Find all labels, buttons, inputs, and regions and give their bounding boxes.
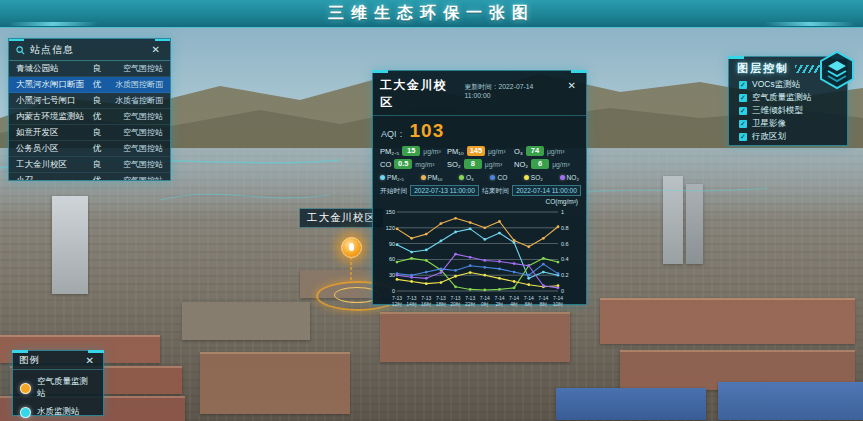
map-building — [600, 298, 855, 344]
pollutant-grid: PM₂.₅ 15 μg/m³ PM₁₀ 145 μg/m³ O₃ 74 μg/m… — [373, 142, 586, 171]
station-type: 水质省控断面 — [106, 95, 163, 106]
chart-legend-item[interactable]: SO₂ — [524, 174, 543, 181]
legend-marker-icon — [20, 407, 31, 418]
station-type: 空气国控站 — [106, 63, 163, 74]
svg-text:20时: 20时 — [450, 301, 461, 307]
station-name: 大黑河水闸口断面 — [16, 79, 88, 91]
station-row[interactable]: 小黑河七号闸口 良 水质省控断面 — [9, 93, 170, 109]
popup-header: 工大金川校区 更新时间：2022-07-14 11:00:00 ✕ — [373, 71, 586, 116]
pollutant-cell: CO 0.5 mg/m³ — [380, 159, 445, 169]
svg-text:0.8: 0.8 — [561, 225, 569, 231]
map-building — [380, 312, 570, 362]
map-building — [200, 352, 350, 414]
layers-hexagon-icon[interactable] — [818, 50, 856, 90]
close-icon[interactable]: ✕ — [149, 44, 163, 56]
checkbox-checked-icon[interactable]: ✓ — [739, 133, 747, 141]
series-dot-icon — [380, 175, 385, 180]
station-row[interactable]: 内蒙古环境监测站 优 空气国控站 — [9, 109, 170, 125]
svg-text:0: 0 — [561, 288, 564, 294]
station-row[interactable]: 公务员小区 优 空气国控站 — [9, 141, 170, 157]
chart-legend-item[interactable]: O₃ — [459, 174, 474, 181]
layer-item-label: 卫星影像 — [752, 118, 786, 130]
close-icon[interactable]: ✕ — [565, 80, 579, 92]
chart-legend-item[interactable]: PM₂.₅ — [380, 174, 404, 181]
svg-text:90: 90 — [389, 241, 395, 247]
svg-text:12时: 12时 — [392, 301, 403, 307]
series-label: CO — [497, 174, 507, 181]
layer-item[interactable]: ✓ 行政区划 — [729, 130, 847, 143]
station-level-badge: 良 — [88, 127, 106, 139]
pollutant-unit: μg/m³ — [423, 148, 441, 155]
pollutant-name: PM₁₀ — [447, 147, 464, 156]
series-label: SO₂ — [531, 174, 543, 181]
layer-item[interactable]: ✓ 空气质量监测站 — [729, 91, 847, 104]
chart-legend-item[interactable]: NO₂ — [560, 174, 579, 181]
pollutant-value-badge: 15 — [402, 146, 420, 156]
station-row[interactable]: 大黑河水闸口断面 优 水质国控断面 — [9, 77, 170, 93]
legend-item-label: 水质监测站 — [37, 406, 80, 418]
layer-item[interactable]: ✓ 卫星影像 — [729, 117, 847, 130]
map-building — [556, 388, 706, 420]
pollutant-value-badge: 8 — [464, 159, 482, 169]
map-building — [52, 196, 88, 294]
station-list-panel: 站点信息 ✕ 青城公园站 良 空气国控站 大黑河水闸口断面 优 水质国控断面 小… — [8, 38, 171, 181]
checkbox-checked-icon[interactable]: ✓ — [739, 107, 747, 115]
map-building — [686, 184, 703, 264]
station-panel-title: 站点信息 — [30, 43, 144, 57]
layer-item-label: VOCs监测站 — [752, 79, 800, 91]
series-dot-icon — [560, 175, 565, 180]
svg-text:6时: 6时 — [525, 301, 533, 307]
checkbox-checked-icon[interactable]: ✓ — [739, 81, 747, 89]
legend-item: 水质监测站 — [13, 400, 103, 418]
legend-item-label: 空气质量监测站 — [37, 376, 96, 400]
pollutant-value-badge: 145 — [467, 146, 485, 156]
svg-text:0: 0 — [392, 288, 395, 294]
pollutant-cell: O₃ 74 μg/m³ — [514, 146, 579, 156]
title-bar: 三维生态环保一张图 — [0, 0, 863, 28]
station-type: 空气国控站 — [106, 175, 163, 181]
svg-text:14时: 14时 — [406, 301, 417, 307]
station-row[interactable]: 如意开发区 良 空气国控站 — [9, 125, 170, 141]
close-icon[interactable]: ✕ — [83, 355, 97, 367]
svg-text:0.2: 0.2 — [561, 272, 569, 278]
update-time-label: 更新时间： — [465, 83, 499, 90]
layer-item-label: 行政区划 — [752, 131, 786, 143]
layer-item-label: 三维倾斜模型 — [752, 105, 803, 117]
checkbox-checked-icon[interactable]: ✓ — [739, 94, 747, 102]
pollutant-cell: PM₂.₅ 15 μg/m³ — [380, 146, 445, 156]
end-time-input[interactable]: 2022-07-14 11:00:00 — [512, 185, 581, 196]
station-name: 小黑河七号闸口 — [16, 95, 88, 107]
layer-item[interactable]: ✓ 三维倾斜模型 — [729, 104, 847, 117]
aqi-value: 103 — [410, 120, 445, 142]
page-title: 三维生态环保一张图 — [328, 3, 535, 24]
pollutant-value-badge: 6 — [531, 159, 549, 169]
time-range-row: 开始时间 2022-07-13 11:00:00 结束时间 2022-07-14… — [373, 182, 586, 196]
station-level-badge: 优 — [88, 175, 106, 182]
map-building — [718, 382, 863, 420]
series-dot-icon — [421, 175, 426, 180]
pollutant-name: PM₂.₅ — [380, 147, 399, 156]
pollutant-unit: μg/m³ — [488, 148, 506, 155]
pollutant-cell: SO₂ 8 μg/m³ — [447, 159, 512, 169]
series-label: PM₁₀ — [428, 174, 443, 181]
checkbox-checked-icon[interactable]: ✓ — [739, 120, 747, 128]
pollutant-name: SO₂ — [447, 160, 461, 169]
chart-legend-item[interactable]: PM₁₀ — [421, 174, 443, 181]
svg-text:16时: 16时 — [421, 301, 432, 307]
start-time-input[interactable]: 2022-07-13 11:00:00 — [410, 185, 479, 196]
pollutant-unit: μg/m³ — [547, 148, 565, 155]
trend-chart-wrap: 030609012015000.20.40.60.817-1312时7-1314… — [373, 205, 586, 315]
svg-text:0.4: 0.4 — [561, 256, 569, 262]
chart-legend-item[interactable]: CO — [490, 174, 507, 181]
legend-panel: 图例 ✕ 空气质量监测站 水质监测站 — [12, 350, 104, 416]
station-level-badge: 良 — [88, 159, 106, 171]
station-row[interactable]: 工大金川校区 良 空气国控站 — [9, 157, 170, 173]
svg-text:120: 120 — [386, 225, 395, 231]
station-row[interactable]: 小召 优 空气国控站 — [9, 173, 170, 181]
layer-item-label: 空气质量监测站 — [752, 92, 812, 104]
station-marker-icon[interactable] — [341, 237, 362, 258]
titlebar-ornament-left — [7, 22, 99, 26]
svg-text:18时: 18时 — [436, 301, 447, 307]
station-level-badge: 优 — [88, 79, 106, 91]
station-row[interactable]: 青城公园站 良 空气国控站 — [9, 61, 170, 77]
